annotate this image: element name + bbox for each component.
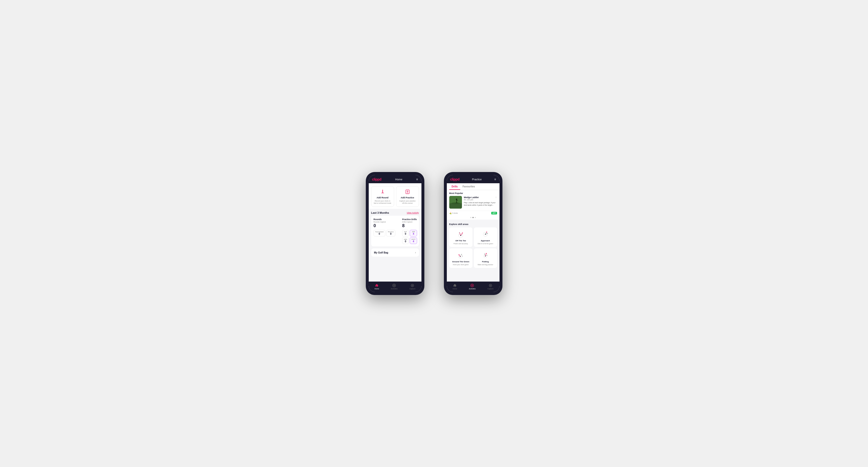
p-nav-activities[interactable]: Activities	[469, 283, 476, 290]
around-green-icon	[456, 251, 465, 259]
add-practice-card[interactable]: Add Practice Capture your practice off-t…	[396, 186, 419, 207]
skill-putting[interactable]: Putting Make and lag practice	[474, 248, 497, 268]
practice-bottom-nav: Home Activities Capture	[447, 282, 499, 292]
skill-grid: Off The Tee Power and accuracy	[449, 227, 497, 268]
p-nav-activities-label: Activities	[469, 288, 476, 290]
home-menu-icon[interactable]: ≡	[416, 178, 418, 181]
nav-home[interactable]: Home	[375, 283, 379, 290]
skill-around-green[interactable]: Around The Green Hone your short game	[449, 248, 472, 268]
practice-header: clippd Practice ≡	[447, 175, 499, 183]
drills-total: 8	[402, 223, 417, 228]
p-nav-capture-label: Capture	[487, 288, 493, 290]
svg-point-32	[486, 231, 487, 232]
app-badge: APP	[491, 212, 497, 215]
practice-item: Practice 0	[386, 230, 395, 237]
carousel-dots	[447, 216, 499, 220]
practice-menu-icon[interactable]: ≡	[494, 178, 496, 181]
putt-value: 4	[411, 240, 415, 243]
putting-name: Putting	[482, 260, 489, 263]
rounds-sub-grid: Tournament 0 Practice 0	[374, 230, 396, 237]
add-round-desc: Record your shots in fast or enhanced mo…	[373, 200, 392, 204]
svg-rect-1	[382, 190, 383, 193]
drill-star-icon[interactable]: ☆	[495, 196, 497, 198]
app-item: APP 4	[410, 230, 417, 237]
p-nav-home[interactable]: Home	[453, 283, 457, 290]
tournament-value: 0	[375, 232, 383, 235]
svg-line-35	[484, 232, 485, 234]
phone-home: clippd Home ≡	[366, 172, 424, 295]
view-activity-link[interactable]: View Activity	[407, 212, 419, 214]
around-green-name: Around The Green	[452, 260, 469, 263]
most-popular-section: Most Popular	[447, 190, 499, 220]
phone-practice: clippd Practice ≡ Drills Favourites Most…	[444, 172, 502, 295]
add-practice-desc: Capture your practice off-the-course	[398, 200, 417, 204]
add-practice-title: Add Practice	[401, 196, 414, 199]
nav-activities-label: Activities	[391, 288, 398, 290]
dot-2[interactable]	[472, 217, 474, 218]
svg-line-42	[460, 254, 461, 256]
svg-point-25	[462, 232, 463, 234]
chevron-icon: ›	[415, 251, 416, 254]
add-round-icon	[380, 189, 385, 195]
shots-count: 9 shots	[453, 212, 458, 214]
practice-tabs: Drills Favourites	[447, 183, 499, 190]
p-nav-home-label: Home	[453, 288, 457, 290]
around-green-desc: Hone your short game	[453, 264, 468, 266]
p-nav-capture[interactable]: Capture	[487, 283, 493, 290]
svg-point-27	[460, 235, 461, 236]
drill-title-row: Wedge Ladder ☆	[464, 196, 497, 198]
arg-item: ARG 0	[402, 238, 409, 244]
nav-capture[interactable]: Capture	[409, 283, 415, 290]
activity-section-title: Last 3 Months	[371, 211, 389, 214]
tab-favourites[interactable]: Favourites	[460, 183, 477, 190]
home-content: Add Round Record your shots in fast or e…	[369, 183, 422, 282]
nav-home-label: Home	[375, 288, 379, 290]
dot-3[interactable]	[475, 217, 476, 218]
my-bag-row[interactable]: My Golf Bag ›	[371, 248, 419, 257]
svg-point-33	[487, 233, 488, 234]
drill-title: Wedge Ladder	[464, 196, 479, 198]
action-cards-row: Add Round Record your shots in fast or e…	[369, 183, 422, 209]
putting-desc: Make and lag practice	[477, 264, 493, 266]
drill-description: Play 1 shot at each target yardage. If y…	[464, 201, 497, 207]
skill-approach[interactable]: Approach Dial-in to hit the green	[474, 227, 497, 247]
phone-home-screen: clippd Home ≡	[369, 175, 422, 292]
approach-desc: Dial-in to hit the green	[477, 243, 493, 245]
tournament-item: Tournament 0	[374, 230, 385, 237]
shots-icon: ⛳	[449, 212, 452, 214]
drill-card[interactable]: Wedge Ladder ☆ 50–100 yds Play 1 shot at…	[447, 196, 499, 211]
rounds-total: 0	[374, 223, 396, 228]
drill-thumbnail	[449, 196, 462, 209]
svg-point-14	[451, 202, 460, 204]
rounds-capture-label: Rounds Capture	[374, 221, 396, 223]
putting-icon	[481, 251, 490, 259]
scene: clippd Home ≡	[351, 157, 517, 310]
drill-yardage: 50–100 yds	[464, 198, 497, 201]
svg-marker-2	[382, 190, 383, 190]
tab-drills[interactable]: Drills	[449, 183, 460, 190]
activity-section-header: Last 3 Months View Activity	[369, 209, 422, 216]
drills-col: Practice Drills Drills Capture 8 OTT 0 A…	[402, 218, 417, 244]
svg-point-15	[456, 198, 457, 200]
dot-1[interactable]	[470, 217, 471, 218]
skill-off-the-tee[interactable]: Off The Tee Power and accuracy	[449, 227, 472, 247]
home-title: Home	[395, 178, 402, 181]
my-bag-label: My Golf Bag	[374, 251, 388, 254]
rounds-title: Rounds	[374, 218, 396, 221]
explore-title: Explore skill areas	[449, 223, 497, 225]
add-round-title: Add Round	[376, 196, 389, 199]
off-the-tee-name: Off The Tee	[455, 240, 466, 242]
svg-point-40	[462, 256, 463, 257]
app-value: 4	[411, 232, 415, 235]
nav-activities[interactable]: Activities	[391, 283, 398, 290]
drill-info: Wedge Ladder ☆ 50–100 yds Play 1 shot at…	[464, 196, 497, 207]
explore-section: Explore skill areas	[447, 221, 499, 270]
svg-point-8	[394, 285, 395, 286]
arg-value: 0	[404, 240, 407, 243]
ott-value: 0	[404, 232, 407, 235]
home-logo: clippd	[372, 177, 381, 181]
ott-item: OTT 0	[402, 230, 409, 237]
home-header: clippd Home ≡	[369, 175, 422, 183]
add-round-card[interactable]: Add Round Record your shots in fast or e…	[371, 186, 394, 207]
svg-point-7	[407, 192, 408, 193]
